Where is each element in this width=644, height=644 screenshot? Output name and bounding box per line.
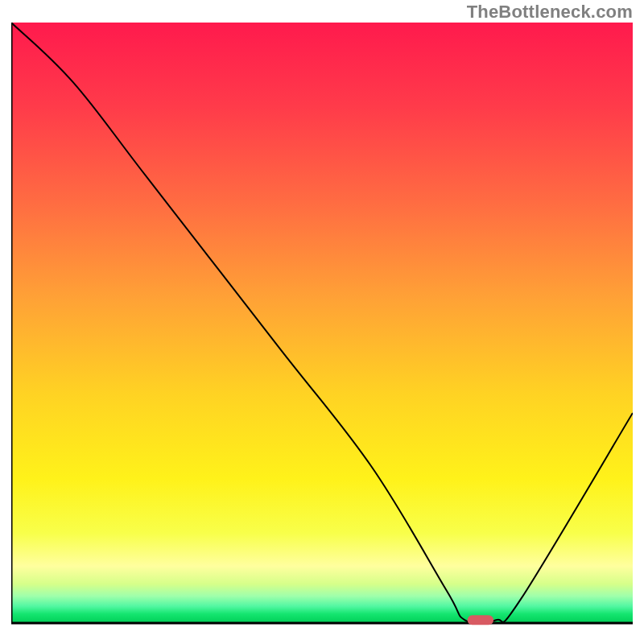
bottleneck-chart	[11, 23, 633, 634]
watermark-label: TheBottleneck.com	[467, 2, 633, 23]
gradient-backdrop	[11, 23, 633, 623]
optimal-point-marker	[468, 615, 493, 625]
chart-container: TheBottleneck.com	[0, 0, 644, 644]
